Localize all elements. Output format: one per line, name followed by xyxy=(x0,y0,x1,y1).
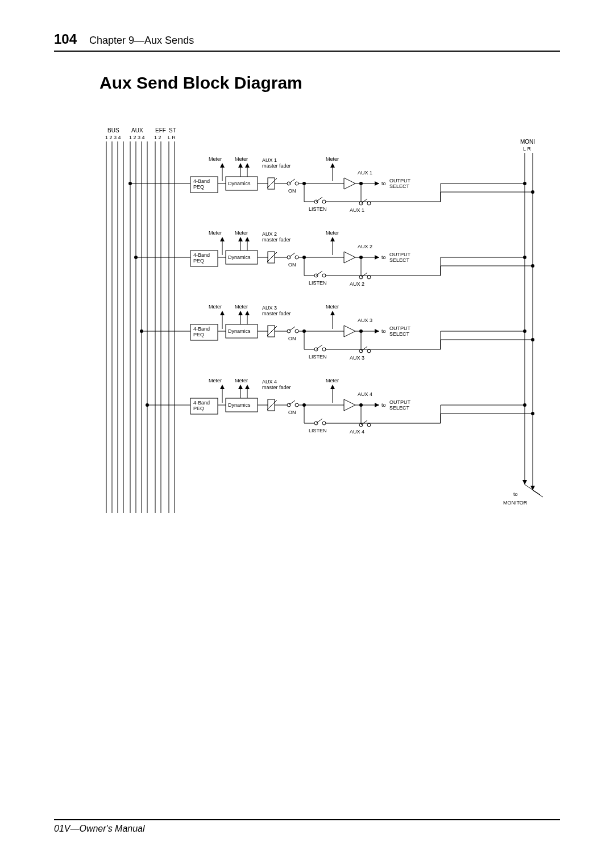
eff-nums: 1 2 xyxy=(154,135,161,140)
listen-label: LISTEN xyxy=(309,206,327,212)
svg-text:AUX 3: AUX 3 xyxy=(350,355,364,361)
node-icon xyxy=(523,182,526,185)
svg-text:AUX 2: AUX 2 xyxy=(350,281,364,287)
aux-channel-1: 4-BandPEQ Meter Dynamics Meter AUX 1mast… xyxy=(128,156,534,213)
moni-lines xyxy=(525,153,533,468)
svg-point-76 xyxy=(322,274,326,277)
on-label: ON xyxy=(288,188,296,194)
svg-marker-44 xyxy=(220,237,225,241)
svg-line-28 xyxy=(316,197,322,202)
svg-marker-49 xyxy=(238,237,243,241)
svg-text:AUX 4: AUX 4 xyxy=(350,429,364,435)
st-label: ST xyxy=(169,127,176,133)
svg-line-112 xyxy=(289,327,295,331)
svg-text:Dynamics: Dynamics xyxy=(228,402,251,408)
svg-text:to: to xyxy=(381,254,386,260)
moni-lr: L R xyxy=(523,146,531,152)
svg-text:LISTEN: LISTEN xyxy=(309,428,327,433)
svg-text:ON: ON xyxy=(288,410,296,415)
arrow-up-icon xyxy=(245,163,250,168)
node-icon xyxy=(531,190,534,194)
aux-nums: 1 2 3 4 xyxy=(129,135,145,140)
fader-icon xyxy=(268,178,275,189)
page-footer: 01V—Owner's Manual xyxy=(54,819,560,834)
svg-text:Meter: Meter xyxy=(235,378,248,383)
bus-nums: 1 2 3 4 xyxy=(105,135,121,140)
svg-point-184 xyxy=(322,422,326,425)
monitor-to-label: to xyxy=(513,491,518,497)
svg-text:to: to xyxy=(381,328,386,334)
svg-text:AUX 4master fader: AUX 4master fader xyxy=(262,379,291,390)
svg-line-183 xyxy=(316,419,322,423)
page-number: 104 xyxy=(54,31,77,47)
svg-line-202 xyxy=(533,490,543,497)
svg-text:AUX 2master fader: AUX 2master fader xyxy=(262,231,291,243)
svg-point-141 xyxy=(523,329,526,333)
svg-marker-159 xyxy=(245,385,250,389)
svg-point-89 xyxy=(531,264,534,268)
svg-line-22 xyxy=(289,179,295,183)
arrow-up-icon xyxy=(330,163,335,168)
svg-point-87 xyxy=(523,256,526,259)
aux-bot-label: AUX 1 xyxy=(350,207,364,213)
amplifier-icon xyxy=(344,178,355,189)
st-nums: L R xyxy=(168,135,176,140)
svg-marker-64 xyxy=(330,237,335,241)
svg-marker-65 xyxy=(344,252,355,263)
svg-marker-122 xyxy=(375,329,379,333)
svg-marker-152 xyxy=(220,385,225,389)
moni-label: MONI xyxy=(520,139,535,145)
aux-channel-4: 4-BandPEQ Meter Dynamics Meter AUX 4mast… xyxy=(146,378,534,435)
svg-line-30 xyxy=(361,199,367,203)
switch-icon xyxy=(295,182,298,185)
svg-line-135 xyxy=(361,347,367,351)
svg-line-75 xyxy=(316,271,322,276)
svg-text:OUTPUTSELECT: OUTPUTSELECT xyxy=(389,252,411,263)
svg-text:OUTPUTSELECT: OUTPUTSELECT xyxy=(389,326,411,337)
monitor-output: to MONITOR xyxy=(503,468,543,506)
svg-text:Meter: Meter xyxy=(326,378,339,383)
svg-text:Dynamics: Dynamics xyxy=(228,328,251,334)
arrow-up-icon xyxy=(220,163,225,168)
svg-rect-108 xyxy=(268,326,275,337)
eff-label: EFF xyxy=(155,127,166,133)
arrow-down-icon xyxy=(522,480,527,485)
aux-channel-2: 4-BandPEQ Meter Dynamics Meter AUX 2mast… xyxy=(134,230,534,287)
svg-text:AUX 3: AUX 3 xyxy=(358,318,372,323)
svg-marker-173 xyxy=(344,399,355,411)
svg-text:AUX 2: AUX 2 xyxy=(358,244,372,249)
svg-point-130 xyxy=(322,348,326,351)
bus-lines xyxy=(106,141,175,513)
block-diagram: BUS AUX EFF ST 1 2 3 4 1 2 3 4 1 2 L R xyxy=(99,127,554,524)
svg-rect-162 xyxy=(268,399,275,411)
svg-point-82 xyxy=(367,276,371,279)
svg-text:Meter: Meter xyxy=(326,304,339,310)
monitor-label: MONITOR xyxy=(503,500,528,506)
svg-text:Meter: Meter xyxy=(209,378,222,383)
svg-line-81 xyxy=(361,273,367,277)
to-label: to xyxy=(381,181,386,186)
fader-label: AUX 1master fader xyxy=(262,157,291,169)
svg-marker-68 xyxy=(375,255,379,260)
dynamics-label: Dynamics xyxy=(228,181,251,186)
svg-text:LISTEN: LISTEN xyxy=(309,354,327,360)
svg-point-113 xyxy=(295,329,298,333)
svg-line-58 xyxy=(289,253,295,257)
svg-text:Meter: Meter xyxy=(209,304,222,310)
svg-point-136 xyxy=(367,349,371,353)
arrow-up-icon xyxy=(238,163,243,168)
svg-line-166 xyxy=(289,400,295,405)
svg-rect-54 xyxy=(268,252,275,263)
svg-marker-103 xyxy=(238,311,243,315)
svg-text:Dynamics: Dynamics xyxy=(228,254,251,260)
svg-text:Meter: Meter xyxy=(209,230,222,236)
arrow-right-icon xyxy=(375,181,379,186)
svg-text:ON: ON xyxy=(288,336,296,341)
svg-text:AUX 3master fader: AUX 3master fader xyxy=(262,305,291,316)
svg-point-190 xyxy=(367,423,371,427)
svg-point-59 xyxy=(295,256,298,259)
svg-text:AUX 4: AUX 4 xyxy=(358,391,372,397)
svg-text:Meter: Meter xyxy=(235,230,248,236)
meter-label: Meter xyxy=(209,156,222,162)
output-select-label: OUTPUTSELECT xyxy=(389,178,411,189)
